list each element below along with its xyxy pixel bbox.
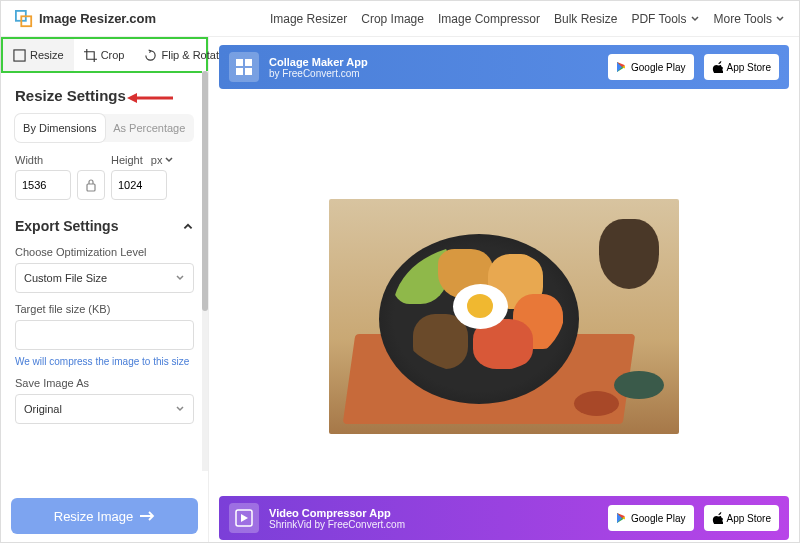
svg-rect-5	[245, 59, 252, 66]
svg-rect-6	[236, 68, 243, 75]
chevron-up-icon	[182, 220, 194, 232]
tool-tabs: Resize Crop Flip & Rotate	[1, 37, 208, 73]
rotate-icon	[144, 49, 157, 62]
resize-settings-title: Resize Settings	[15, 87, 194, 104]
target-size-input[interactable]	[15, 320, 194, 350]
sidebar: Resize Crop Flip & Rotate Resize Setting…	[1, 37, 209, 543]
google-play-icon	[616, 61, 627, 73]
width-input[interactable]	[15, 170, 71, 200]
width-label: Width	[15, 154, 71, 166]
save-as-select[interactable]: Original	[15, 394, 194, 424]
banner-top-sub: by FreeConvert.com	[269, 68, 598, 79]
logo[interactable]: Image Resizer.com	[15, 10, 156, 28]
nav-pdf-tools[interactable]: PDF Tools	[631, 12, 699, 26]
export-settings-header[interactable]: Export Settings	[15, 218, 194, 234]
chevron-down-icon	[775, 14, 785, 24]
nav-crop-image[interactable]: Crop Image	[361, 12, 424, 26]
crop-icon	[84, 49, 97, 62]
resize-mode-segment: By Dimensions As Percentage	[15, 114, 194, 142]
app-store-button-2[interactable]: App Store	[704, 505, 779, 531]
chevron-down-icon	[690, 14, 700, 24]
banner-bottom-sub: ShrinkVid by FreeConvert.com	[269, 519, 598, 530]
optimization-label: Choose Optimization Level	[15, 246, 194, 258]
mode-by-dimensions[interactable]: By Dimensions	[15, 114, 105, 142]
resize-image-button[interactable]: Resize Image	[11, 498, 198, 534]
main: Resize Crop Flip & Rotate Resize Setting…	[1, 37, 799, 543]
banner-bottom-title: Video Compressor App	[269, 507, 598, 519]
svg-rect-7	[245, 68, 252, 75]
google-play-icon	[616, 512, 627, 524]
top-nav: Image Resizer Crop Image Image Compresso…	[270, 12, 785, 26]
banner-top-title: Collage Maker App	[269, 56, 598, 68]
scrollbar[interactable]	[202, 71, 208, 471]
canvas-area: Collage Maker App by FreeConvert.com Goo…	[209, 37, 799, 543]
height-input[interactable]	[111, 170, 167, 200]
google-play-button-2[interactable]: Google Play	[608, 505, 693, 531]
chevron-down-icon	[175, 273, 185, 283]
preview-area	[219, 89, 789, 543]
mode-as-percentage[interactable]: As Percentage	[105, 114, 195, 142]
preview-image[interactable]	[329, 199, 679, 434]
settings-panel: Resize Settings By Dimensions As Percent…	[1, 73, 208, 498]
unit-selector[interactable]: px	[151, 154, 175, 166]
chevron-down-icon	[175, 404, 185, 414]
bottom-ad-banner: Video Compressor App ShrinkVid by FreeCo…	[219, 496, 789, 540]
lock-icon	[85, 178, 97, 192]
tab-crop[interactable]: Crop	[74, 39, 135, 71]
google-play-button[interactable]: Google Play	[608, 54, 693, 80]
header: Image Resizer.com Image Resizer Crop Ima…	[1, 1, 799, 37]
lock-aspect-button[interactable]	[77, 170, 105, 200]
tab-resize[interactable]: Resize	[3, 39, 74, 71]
site-name: Image Resizer.com	[39, 11, 156, 26]
resize-icon	[13, 49, 26, 62]
collage-icon	[229, 52, 259, 82]
dimensions-row: Width Height px	[15, 154, 194, 200]
compress-hint: We will compress the image to this size	[15, 356, 194, 367]
top-ad-banner: Collage Maker App by FreeConvert.com Goo…	[219, 45, 789, 89]
height-label: Height	[111, 154, 143, 166]
nav-more-tools[interactable]: More Tools	[714, 12, 785, 26]
svg-rect-4	[236, 59, 243, 66]
annotation-arrow	[125, 91, 175, 108]
nav-bulk-resize[interactable]: Bulk Resize	[554, 12, 617, 26]
svg-rect-3	[87, 184, 95, 191]
save-as-label: Save Image As	[15, 377, 194, 389]
svg-rect-2	[14, 49, 25, 60]
target-size-label: Target file size (KB)	[15, 303, 194, 315]
video-compress-icon	[229, 503, 259, 533]
arrow-right-icon	[139, 510, 155, 522]
optimization-select[interactable]: Custom File Size	[15, 263, 194, 293]
apple-icon	[712, 61, 723, 73]
nav-image-resizer[interactable]: Image Resizer	[270, 12, 347, 26]
nav-image-compressor[interactable]: Image Compressor	[438, 12, 540, 26]
chevron-down-icon	[164, 155, 174, 165]
apple-icon	[712, 512, 723, 524]
app-store-button[interactable]: App Store	[704, 54, 779, 80]
logo-icon	[15, 10, 33, 28]
